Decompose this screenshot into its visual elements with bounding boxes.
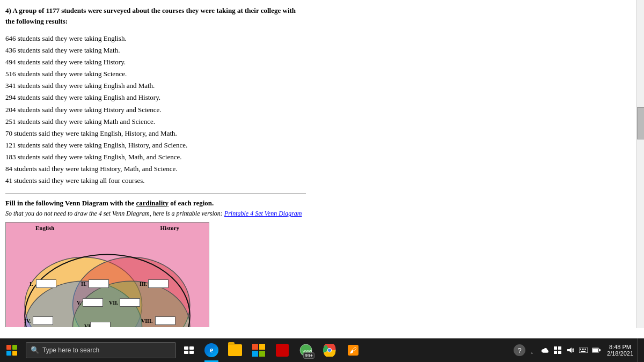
taskbar-tray: ? ‸: [514, 338, 644, 362]
svg-rect-33: [592, 349, 598, 352]
search-icon: 🔍: [31, 346, 39, 354]
stat-12: 84 students said they were taking Histor…: [5, 163, 306, 175]
main-content[interactable]: 4) A group of 1177 students were surveye…: [0, 0, 639, 327]
store-icon: [252, 344, 265, 357]
microsoft-store-icon[interactable]: [247, 338, 270, 362]
search-placeholder-text: Type here to search: [42, 346, 99, 354]
cloud-icon[interactable]: [538, 338, 551, 362]
svg-rect-8: [189, 351, 194, 354]
battery-icon[interactable]: [590, 338, 603, 362]
svg-rect-23: [558, 351, 561, 354]
svg-rect-27: [582, 349, 583, 350]
edge-logo-icon: e: [204, 343, 218, 357]
red-app-icon: [276, 344, 289, 357]
stat-1: 646 students said they were taking Engli…: [5, 33, 306, 45]
svg-rect-22: [554, 351, 557, 354]
svg-rect-9: [252, 344, 258, 350]
taskbar: 🔍 Type here to search e www: [0, 338, 644, 362]
date-display: 2/18/2021: [607, 350, 633, 357]
svg-rect-29: [585, 349, 586, 350]
fill-instruction: Fill in the following Venn Diagram with …: [5, 199, 306, 208]
badge-app-icon[interactable]: www 99+: [294, 338, 318, 362]
chevron-up-icon[interactable]: ‸: [525, 338, 538, 362]
stat-6: 294 students said they were taking Engli…: [5, 92, 306, 104]
time-display: 8:48 PM: [609, 344, 631, 350]
settings-tray-icon[interactable]: [551, 338, 564, 362]
region-label-VIII: VIII.: [141, 318, 152, 324]
svg-rect-21: [558, 346, 561, 350]
svg-rect-5: [184, 346, 188, 350]
chrome-icon[interactable]: [318, 338, 341, 362]
region-label-VII: VII.: [109, 300, 119, 306]
stats-list: 646 students said they were taking Engli…: [5, 33, 306, 187]
file-explorer-icon[interactable]: [223, 338, 247, 362]
stat-11: 183 students said they were taking Engli…: [5, 151, 306, 163]
windows-logo-icon: [6, 345, 17, 356]
svg-rect-25: [579, 348, 588, 353]
svg-point-17: [328, 349, 331, 352]
region-input-VIII[interactable]: [155, 316, 175, 325]
stat-9: 70 students said they were taking Englis…: [5, 128, 306, 139]
svg-text:🖌: 🖌: [349, 346, 357, 354]
region-input-III[interactable]: [148, 279, 169, 288]
brush-app-icon[interactable]: 🖌: [341, 338, 365, 362]
stat-7: 204 students said they were taking Histo…: [5, 104, 306, 116]
region-label-I: I.: [30, 281, 33, 287]
region-label-IV: IV.: [24, 318, 31, 324]
unknown-app-red-icon[interactable]: [270, 338, 294, 362]
scrollbar-thumb[interactable]: [637, 107, 644, 139]
help-icon[interactable]: ?: [514, 344, 525, 356]
svg-rect-7: [184, 351, 188, 354]
region-input-I[interactable]: [36, 279, 56, 288]
svg-rect-6: [189, 346, 194, 350]
printable-link[interactable]: Printable 4 Set Venn Diagram: [224, 210, 302, 217]
venn-label-english: English: [35, 225, 54, 231]
clock-display[interactable]: 8:48 PM 2/18/2021: [603, 338, 638, 362]
region-label-III: III.: [140, 281, 147, 287]
divider-1: [5, 193, 306, 194]
problem-statement: 4) A group of 1177 students were surveye…: [5, 5, 306, 26]
stat-5: 341 students said they were taking Engli…: [5, 80, 306, 92]
edge-browser-icon[interactable]: e: [200, 338, 223, 362]
speaker-icon[interactable]: [564, 338, 577, 362]
stat-4: 516 students said they were taking Scien…: [5, 68, 306, 80]
folder-icon: [228, 344, 242, 356]
app-badge-count: 99+: [303, 352, 314, 359]
stat-2: 436 students said they were taking Math.: [5, 45, 306, 56]
sub-instruction: So that you do not need to draw the 4 se…: [5, 210, 306, 218]
region-input-IV[interactable]: [33, 316, 53, 325]
venn-label-history: History: [160, 225, 179, 231]
region-input-II[interactable]: [89, 279, 109, 288]
stat-10: 121 students said they were taking Engli…: [5, 139, 306, 151]
brush-icon: 🖌: [347, 344, 360, 357]
svg-rect-12: [259, 351, 265, 357]
task-view-button[interactable]: [178, 338, 200, 362]
keyboard-icon[interactable]: [577, 338, 590, 362]
svg-rect-30: [581, 351, 586, 352]
region-input-VII[interactable]: [120, 298, 140, 307]
svg-rect-20: [554, 346, 557, 350]
region-label-II: II.: [81, 281, 86, 287]
show-desktop-button[interactable]: [638, 338, 641, 362]
svg-rect-10: [259, 344, 265, 350]
scrollbar-track[interactable]: [636, 0, 644, 328]
svg-rect-26: [580, 349, 581, 350]
windows-start-button[interactable]: [0, 338, 24, 362]
chrome-logo-icon: [323, 344, 336, 357]
stat-13: 41 students said they were taking all fo…: [5, 175, 306, 187]
svg-rect-32: [599, 349, 601, 351]
svg-marker-24: [567, 348, 572, 353]
svg-rect-11: [252, 351, 258, 357]
region-input-VI[interactable]: [90, 322, 111, 327]
taskbar-search-bar[interactable]: 🔍 Type here to search: [26, 342, 176, 358]
stat-8: 251 students said they were taking Math …: [5, 116, 306, 128]
region-input-V[interactable]: [83, 298, 103, 307]
stat-3: 494 students said they were taking Histo…: [5, 56, 306, 68]
venn-diagram: English History Math Science I. II. III.…: [5, 222, 209, 327]
svg-rect-28: [583, 349, 584, 350]
region-label-V: V.: [77, 300, 81, 306]
